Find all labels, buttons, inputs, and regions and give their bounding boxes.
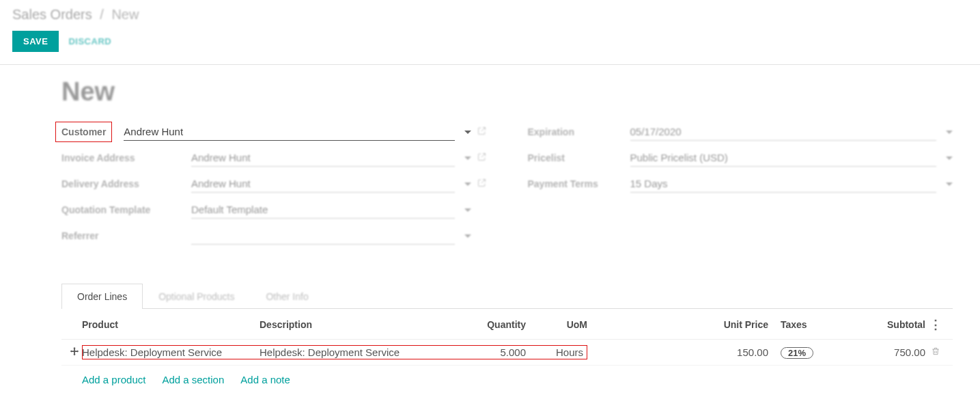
col-quantity: Quantity: [458, 319, 526, 330]
kebab-icon[interactable]: ⋮: [929, 318, 942, 331]
trash-icon[interactable]: [931, 347, 940, 359]
col-product: Product: [82, 319, 260, 330]
col-subtotal: Subtotal: [843, 319, 925, 330]
add-section-link[interactable]: Add a section: [162, 374, 224, 385]
referrer-input[interactable]: [191, 227, 455, 245]
breadcrumb: Sales Orders / New: [12, 7, 968, 23]
chevron-down-icon[interactable]: [464, 208, 471, 212]
chevron-down-icon[interactable]: [946, 131, 953, 134]
cell-uom[interactable]: Hours: [533, 346, 587, 358]
breadcrumb-root[interactable]: Sales Orders: [12, 7, 92, 22]
col-description: Description: [260, 319, 458, 330]
pricelist-label: Pricelist: [528, 152, 630, 163]
external-link-icon[interactable]: [477, 178, 487, 190]
tax-badge[interactable]: 21%: [781, 347, 813, 359]
add-row: Add a product Add a section Add a note: [61, 366, 953, 394]
invoice-address-label: Invoice Address: [61, 152, 191, 163]
cell-unit-price[interactable]: 150.00: [693, 346, 768, 358]
chevron-down-icon[interactable]: [464, 156, 471, 160]
tab-order-lines[interactable]: Order Lines: [61, 284, 143, 309]
chevron-down-icon[interactable]: [464, 234, 471, 238]
save-button[interactable]: SAVE: [12, 31, 59, 52]
payment-terms-label: Payment Terms: [528, 178, 630, 189]
delivery-address-input[interactable]: [191, 175, 455, 193]
table-header: Product Description Quantity UoM Unit Pr…: [61, 309, 953, 340]
tab-other-info[interactable]: Other Info: [250, 284, 324, 309]
chevron-down-icon[interactable]: [464, 182, 471, 186]
customer-input[interactable]: [124, 123, 454, 141]
chevron-down-icon[interactable]: [946, 156, 953, 160]
delivery-address-label: Delivery Address: [61, 178, 191, 189]
cell-quantity[interactable]: 5.000: [458, 346, 526, 358]
external-link-icon[interactable]: [477, 126, 487, 138]
customer-label: Customer: [57, 124, 110, 140]
drag-handle-icon[interactable]: [67, 346, 82, 358]
add-note-link[interactable]: Add a note: [240, 374, 290, 385]
page-title: New: [61, 77, 953, 107]
expiration-label: Expiration: [528, 126, 630, 137]
table-row[interactable]: Helpdesk: Deployment Service Helpdesk: D…: [61, 340, 953, 366]
quotation-template-input[interactable]: [191, 201, 455, 219]
add-product-link[interactable]: Add a product: [82, 374, 145, 385]
discard-button[interactable]: DISCARD: [68, 36, 111, 46]
cell-subtotal: 750.00: [843, 346, 925, 358]
cell-description[interactable]: Helpdesk: Deployment Service: [260, 346, 458, 358]
quotation-template-label: Quotation Template: [61, 204, 191, 215]
col-taxes: Taxes: [768, 319, 843, 330]
breadcrumb-current: New: [111, 7, 139, 22]
referrer-label: Referrer: [61, 230, 191, 241]
invoice-address-input[interactable]: [191, 149, 455, 167]
tabs: Order Lines Optional Products Other Info: [61, 283, 953, 309]
cell-product[interactable]: Helpdesk: Deployment Service: [82, 346, 260, 358]
chevron-down-icon[interactable]: [464, 131, 471, 134]
pricelist-input[interactable]: [630, 149, 937, 167]
chevron-down-icon[interactable]: [946, 182, 953, 186]
expiration-input[interactable]: [630, 123, 937, 141]
external-link-icon[interactable]: [477, 152, 487, 164]
col-uom: UoM: [533, 319, 587, 330]
cell-taxes[interactable]: 21%: [768, 346, 843, 359]
col-unit-price: Unit Price: [693, 319, 768, 330]
payment-terms-input[interactable]: [630, 175, 937, 193]
tab-optional-products[interactable]: Optional Products: [143, 284, 250, 309]
